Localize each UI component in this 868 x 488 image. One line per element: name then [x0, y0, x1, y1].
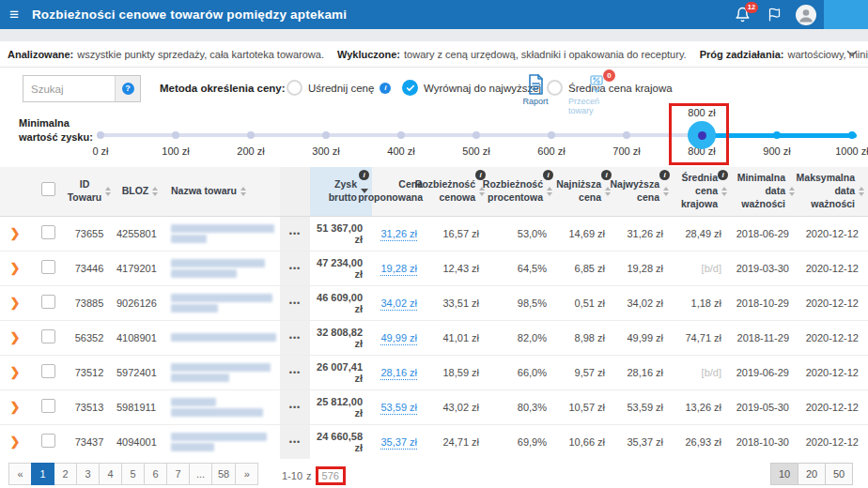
info-icon[interactable]: i	[380, 83, 391, 94]
row-menu-button[interactable]: •••	[284, 368, 306, 377]
proposed-price-link[interactable]: 53,59 zł	[380, 402, 417, 413]
proposed-price-link[interactable]: 19,28 zł	[380, 263, 417, 274]
cell-highest-price: 49,99 zł	[614, 320, 673, 355]
blurred-product-name	[171, 374, 229, 382]
proposed-price-link[interactable]: 28,16 zł	[380, 367, 417, 378]
row-expand-icon[interactable]: ❯	[10, 296, 21, 310]
pagination-page-6[interactable]: 6	[144, 463, 167, 485]
sort-icon[interactable]	[105, 187, 111, 196]
pagination-next[interactable]: »	[235, 463, 258, 485]
proposed-price-link[interactable]: 49,99 zł	[380, 332, 417, 343]
sort-icon[interactable]	[789, 187, 795, 196]
pagination-prev[interactable]: «	[8, 463, 32, 485]
row-expand-icon[interactable]: ❯	[10, 435, 21, 449]
option-average-price[interactable]: Uśrednij cenę i	[287, 80, 391, 96]
row-menu-button[interactable]: •••	[284, 403, 306, 412]
page-title: Rozbieżności cenowe towarów pomiędzy apt…	[32, 8, 347, 22]
collapse-panel-button[interactable]	[844, 45, 860, 64]
pagination-ellipsis[interactable]: ...	[189, 463, 212, 485]
header-select-all	[30, 167, 66, 216]
row-expand-icon[interactable]: ❯	[10, 330, 21, 344]
user-avatar[interactable]	[796, 5, 816, 25]
cell-bloz: 4094001	[113, 424, 167, 459]
table-row: ❯ 73885 9026126 ••• 46 609,00 zł 34,02 z…	[0, 285, 868, 320]
header-max-expiry[interactable]: Maksymalna data ważności	[798, 167, 868, 216]
header-actions	[280, 167, 310, 216]
pagination-page-58[interactable]: 58	[211, 463, 236, 485]
table-row: ❯ 73437 4094001 ••• 24 660,58 zł 35,37 z…	[0, 424, 868, 459]
row-menu-button[interactable]: •••	[284, 437, 306, 447]
search-input[interactable]	[23, 76, 115, 101]
cell-id: 73512	[66, 355, 113, 389]
notifications-button[interactable]: 12	[732, 5, 752, 25]
cell-highest-price: 28,16 zł	[614, 355, 673, 389]
row-expand-icon[interactable]: ❯	[10, 400, 21, 414]
proposed-price-link[interactable]: 31,26 zł	[380, 228, 417, 239]
page-size-10[interactable]: 10	[770, 463, 798, 485]
proposed-price-link[interactable]: 34,02 zł	[380, 297, 417, 309]
topbar-accent-panel	[824, 0, 868, 29]
row-checkbox[interactable]	[41, 260, 55, 274]
tick-label-500: 500 zł	[448, 145, 504, 157]
cell-percent-discrepancy: 69,9%	[488, 424, 556, 459]
cell-min-expiry: 2019-03-30	[731, 251, 798, 285]
pagination-page-2[interactable]: 2	[54, 463, 77, 485]
cell-gross-profit: 47 234,00 zł	[310, 251, 372, 285]
sort-icon[interactable]	[721, 187, 727, 196]
info-icon[interactable]: i	[718, 170, 728, 180]
info-icon[interactable]: i	[543, 170, 553, 180]
row-expand-icon[interactable]: ❯	[10, 261, 21, 275]
row-expand-icon[interactable]: ❯	[10, 226, 21, 240]
row-checkbox[interactable]	[41, 329, 55, 343]
pagination-page-5[interactable]: 5	[121, 463, 145, 485]
sort-icon[interactable]	[152, 187, 158, 196]
pagination-page-4[interactable]: 4	[99, 463, 122, 485]
row-menu-button[interactable]: •••	[284, 264, 306, 273]
row-checkbox[interactable]	[41, 399, 55, 413]
cell-national-avg: [b/d]	[673, 251, 731, 285]
menu-icon[interactable]: ≡	[9, 7, 19, 23]
report-button[interactable]: Raport	[507, 73, 564, 106]
header-national-avg[interactable]: iŚrednia cena krajowa	[673, 167, 731, 216]
cell-price-discrepancy: 24,71 zł	[426, 424, 488, 459]
header-highest-price[interactable]: iNajwyższa cena	[614, 167, 673, 216]
table-header-row: ID Towaru BLOZ Nazwa towaru iZysk brutto…	[0, 167, 868, 216]
slider-thumb[interactable]	[688, 121, 716, 149]
header-bloz[interactable]: BLOZ	[113, 167, 167, 216]
header-lowest-price[interactable]: iNajniższa cena	[556, 167, 614, 216]
pagination-page-7[interactable]: 7	[166, 463, 190, 485]
cell-min-expiry: 2018-10-29	[731, 285, 798, 320]
app-window: ≡ Rozbieżności cenowe towarów pomiędzy a…	[0, 0, 868, 488]
sort-icon[interactable]	[547, 187, 552, 196]
sort-icon[interactable]	[240, 187, 246, 196]
summary-analyzed-text: wszystkie punkty sprzedaży, cała kartote…	[77, 49, 324, 60]
row-expand-icon[interactable]: ❯	[10, 365, 21, 379]
range-text: 1-10	[282, 470, 302, 481]
page-size-20[interactable]: 20	[798, 463, 826, 485]
sort-icon[interactable]	[663, 187, 669, 196]
table-footer: « 1 2 3 4 5 6 7 ... 58 » 1-10 z 576 10 2…	[0, 459, 868, 488]
proposed-price-link[interactable]: 35,37 zł	[380, 436, 417, 448]
row-menu-button[interactable]: •••	[284, 298, 306, 308]
pagination-page-1[interactable]: 1	[31, 463, 54, 485]
row-checkbox[interactable]	[41, 434, 55, 448]
pagination-page-3[interactable]: 3	[76, 463, 100, 485]
cell-lowest-price: 10,66 zł	[556, 424, 614, 459]
row-checkbox[interactable]	[41, 225, 55, 239]
page-size-50[interactable]: 50	[825, 463, 853, 485]
header-id[interactable]: ID Towaru	[66, 167, 113, 216]
row-checkbox[interactable]	[41, 364, 55, 378]
header-percent-discrepancy[interactable]: iRozbieżność procentowa	[488, 167, 556, 216]
row-checkbox[interactable]	[41, 295, 55, 309]
row-menu-button[interactable]: •••	[284, 229, 306, 238]
row-menu-button[interactable]: •••	[284, 333, 306, 343]
sort-icon[interactable]	[859, 187, 864, 196]
search-help-button[interactable]: ?	[115, 76, 140, 101]
flag-button[interactable]	[764, 5, 784, 25]
header-min-expiry[interactable]: Minimalna data ważności	[731, 167, 798, 216]
info-icon[interactable]: i	[659, 170, 670, 180]
option-average-price-label: Uśrednij cenę	[308, 83, 374, 94]
header-price-discrepancy[interactable]: iRozbieżność cenowa	[426, 167, 488, 216]
header-name[interactable]: Nazwa towaru	[167, 167, 280, 216]
select-all-checkbox[interactable]	[41, 182, 55, 196]
